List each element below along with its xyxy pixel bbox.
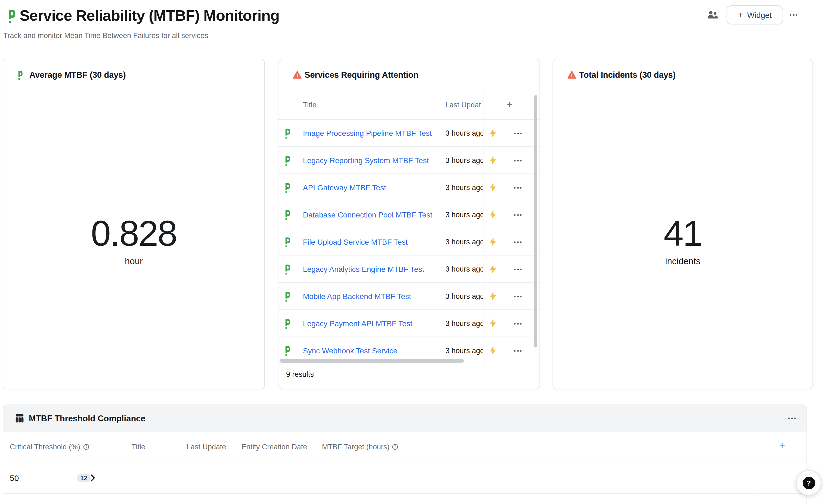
row-menu-button[interactable] (514, 296, 522, 298)
run-action-bolt-icon[interactable] (490, 319, 497, 328)
card-average-mtbf: Average MTBF (30 days) 0.828 hour (3, 59, 265, 389)
question-mark-icon: ? (803, 477, 815, 489)
blueprint-p-icon (285, 319, 290, 329)
blueprint-p-icon (285, 264, 290, 274)
plus-icon: + (738, 10, 743, 19)
threshold-header-band: MTBF Threshold Compliance (3, 405, 807, 432)
total-incidents-value: 41 (553, 215, 813, 251)
row-menu-button[interactable] (514, 269, 522, 270)
row-menu-button[interactable] (514, 133, 522, 134)
services-table-header: Title Last Update + (279, 91, 539, 119)
column-title: Title (132, 443, 145, 451)
vertical-scrollbar[interactable] (534, 95, 537, 347)
row-actions-cell (483, 283, 539, 309)
column-title: Title (303, 101, 316, 109)
service-link[interactable]: Database Connection Pool MTBF Test (303, 210, 432, 219)
total-incidents-unit: incidents (553, 256, 813, 266)
threshold-group-row[interactable]: 50 12 (3, 462, 807, 494)
card-title: Total Incidents (30 days) (579, 70, 675, 80)
row-actions-cell (483, 310, 539, 337)
column-last-update: Last Update (445, 101, 481, 109)
run-action-bolt-icon[interactable] (490, 291, 497, 301)
card-total-incidents-header: Total Incidents (30 days) (553, 59, 813, 91)
column-label: Last Update (186, 443, 226, 451)
run-action-bolt-icon[interactable] (490, 183, 497, 192)
run-action-bolt-icon[interactable] (490, 237, 497, 246)
row-actions-cell (483, 174, 539, 200)
last-update-value: 3 hours ago (445, 346, 483, 354)
threshold-title: MTBF Threshold Compliance (29, 414, 145, 423)
last-update-value: 3 hours ago (445, 265, 483, 273)
column-label: Entity Creation Date (241, 443, 307, 451)
service-link[interactable]: API Gateway MTBF Test (303, 183, 386, 192)
run-action-bolt-icon[interactable] (490, 346, 497, 355)
column-last-update: Last Update (186, 443, 226, 451)
threshold-menu-button[interactable] (788, 418, 796, 419)
dashboard-page: Service Reliability (MTBF) Monitoring Tr… (0, 0, 825, 504)
run-action-bolt-icon[interactable] (490, 156, 497, 165)
threshold-column-header: Critical Threshold (%) Title Last Update… (3, 432, 807, 462)
service-link[interactable]: Image Processing Pipeline MTBF Test (303, 129, 432, 137)
add-column-button[interactable]: + (776, 439, 788, 451)
blueprint-p-icon (285, 291, 290, 302)
threshold-group-row[interactable]: 0 1 (3, 494, 807, 504)
blueprint-p-icon (285, 237, 290, 247)
card-title: Average MTBF (30 days) (29, 70, 126, 80)
horizontal-scrollbar[interactable] (280, 359, 464, 363)
service-link[interactable]: File Upload Service MTBF Test (303, 237, 407, 246)
blueprint-p-icon (285, 128, 290, 139)
help-button[interactable]: ? (796, 470, 821, 495)
service-row: File Upload Service MTBF Test 3 hours ag… (279, 228, 539, 256)
info-icon[interactable] (83, 444, 89, 450)
add-widget-label: Widget (747, 11, 772, 19)
blueprint-p-icon (285, 346, 290, 356)
row-actions-cell (483, 228, 539, 255)
card-threshold-compliance: MTBF Threshold Compliance Critical Thres… (3, 405, 807, 504)
row-menu-button[interactable] (514, 350, 522, 352)
run-action-bolt-icon[interactable] (490, 210, 497, 219)
card-services-attention: Services Requiring Attention Title Last … (278, 59, 540, 389)
warning-icon (567, 71, 577, 79)
service-link[interactable]: Sync Webhook Test Service (303, 346, 397, 355)
run-action-bolt-icon[interactable] (490, 264, 497, 273)
blueprint-p-icon (18, 71, 23, 80)
header-actions-cell: + (483, 91, 539, 119)
column-label: MTBF Target (hours) (322, 443, 390, 451)
service-link[interactable]: Legacy Reporting System MTBF Test (303, 156, 429, 164)
column-entity-creation-date: Entity Creation Date (241, 443, 307, 451)
run-action-bolt-icon[interactable] (490, 128, 497, 138)
row-actions-cell (483, 147, 539, 173)
add-column-button[interactable]: + (504, 99, 515, 111)
add-widget-button[interactable]: + Widget (727, 5, 783, 24)
last-update-value: 3 hours ago (445, 238, 483, 246)
group-value: 50 (10, 473, 19, 482)
last-update-value: 3 hours ago (445, 319, 483, 327)
row-menu-button[interactable] (514, 160, 522, 162)
row-actions-cell (483, 337, 539, 363)
row-actions-cell (483, 119, 539, 146)
service-link[interactable]: Mobile App Backend MTBF Test (303, 292, 411, 301)
page-menu-button[interactable] (790, 14, 797, 16)
row-menu-button[interactable] (514, 323, 522, 325)
blueprint-p-icon (285, 210, 290, 220)
group-count-badge: 12 (77, 473, 91, 482)
last-update-value: 3 hours ago (445, 156, 483, 164)
expand-chevron-icon[interactable] (91, 474, 95, 481)
service-row: Database Connection Pool MTBF Test 3 hou… (279, 201, 539, 228)
card-title: Services Requiring Attention (305, 70, 419, 80)
port-logo-icon (8, 9, 16, 23)
column-divider (755, 432, 755, 504)
service-row: Legacy Analytics Engine MTBF Test 3 hour… (279, 256, 539, 283)
share-users-icon[interactable] (707, 10, 719, 19)
page-title: Service Reliability (MTBF) Monitoring (19, 7, 280, 24)
service-link[interactable]: Legacy Analytics Engine MTBF Test (303, 264, 424, 273)
row-menu-button[interactable] (514, 241, 522, 243)
row-menu-button[interactable] (514, 214, 522, 216)
row-actions-cell (483, 256, 539, 282)
info-icon[interactable] (392, 444, 398, 450)
service-link[interactable]: Legacy Payment API MTBF Test (303, 319, 412, 328)
avg-mtbf-value: 0.828 (3, 215, 264, 251)
row-menu-button[interactable] (514, 187, 522, 189)
service-row: Image Processing Pipeline MTBF Test 3 ho… (279, 119, 539, 147)
card-services-attention-header: Services Requiring Attention (279, 59, 539, 91)
